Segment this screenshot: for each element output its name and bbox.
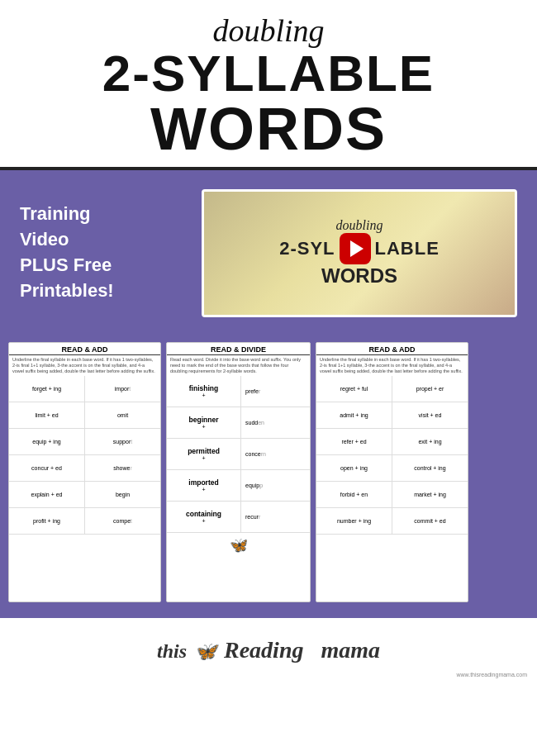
play-button-icon[interactable] [340,233,371,264]
ws-cell: number + ing [316,508,392,534]
ws-cell: shower [85,455,160,481]
worksheet-right: READ & ADD Underline the final syllable … [316,342,468,602]
ws-cell: forget + ing [9,376,85,402]
table-row: equip + ing support [9,429,160,455]
footer-butterfly-icon: 🦋 [194,641,216,662]
mid-section: Training Video PLUS Free Printables! dou… [0,170,537,335]
ws-cell: open + ing [316,455,392,481]
ws-mid-cell-right: equipp [241,470,310,501]
header-title-line1: 2-SYLLABLE [17,48,520,99]
video-content: doubling 2-SYL LABLE WORDS [279,218,440,288]
ws-cell: concur + ed [9,455,85,481]
ws-cell: compet [85,508,160,534]
table-row: limit + ed omit [9,402,160,429]
worksheet-left-instructions: Underline the final syllable in each bas… [9,355,160,376]
ws-word: containing [186,510,221,518]
ws-cell: visit + ed [392,402,468,428]
worksheet-right-title: READ & ADD [316,343,468,355]
ws-mid-cell-right: prefer [241,376,310,407]
worksheet-left: READ & ADD Underline the final syllable … [8,342,161,602]
table-row: beginner + sudden [167,407,310,439]
ws-word: permitted [188,447,220,455]
footer-website: www.thisreadingmama.com [456,672,527,678]
ws-cell: begin [85,482,160,507]
footer-brand: this 🦋 Reading mama [157,637,380,663]
table-row: imported + equipp [167,470,310,502]
ws-cell: control + ing [392,455,468,481]
table-row: admit + ing visit + ed [316,402,468,429]
table-row: open + ing control + ing [316,455,468,482]
ws-mid-cell: imported + [167,470,241,501]
ws-cell: commit + ed [392,508,468,534]
table-row: explain + ed begin [9,482,160,508]
ws-cell: import [85,376,160,402]
header-subtitle: doubling [17,15,520,46]
ws-word: finishing [189,384,218,392]
table-row: containing + recurr [167,502,310,533]
video-label3: LABLE [375,238,440,259]
ws-cell: explain + ed [9,482,85,507]
table-row: profit + ing compet [9,508,160,535]
table-row: finishing + prefer [167,376,310,407]
video-title1: doubling [279,218,440,233]
ws-mid-cell: containing + [167,502,241,532]
ws-cell: refer + ed [316,429,392,454]
mid-line1: Training [20,202,185,227]
ws-word: imported [188,478,218,487]
table-row: forget + ing import [9,376,160,402]
table-row: number + ing commit + ed [316,508,468,535]
worksheet-mid: READ & DIVIDE Read each word. Divide it … [166,342,311,602]
video-title3: WORDS [279,264,440,288]
ws-mid-cell-right: recurr [241,502,310,532]
ws-cell: equip + ing [9,429,85,454]
worksheet-left-title: READ & ADD [9,343,160,355]
table-row: regret + ful propel + er [316,376,468,402]
ws-cell: forbid + en [316,482,392,507]
footer-reading: Reading [224,637,303,663]
mid-line4: Printables! [20,278,185,304]
mid-line2: Video [20,227,185,253]
ws-cell: support [85,429,160,454]
ws-cell: limit + ed [9,402,85,428]
table-row: refer + ed exit + ing [316,429,468,455]
table-row: concur + ed shower [9,455,160,482]
video-title2: 2-SYL LABLE [279,233,440,264]
video-thumbnail[interactable]: doubling 2-SYL LABLE WORDS [202,189,517,317]
header-title-line2: WORDS [17,99,520,159]
butterfly-icon: 🦋 [167,533,310,558]
footer-this: this [157,640,187,662]
ws-cell: propel + er [392,376,468,402]
ws-cell: profit + ing [9,508,85,534]
ws-cell: regret + ful [316,376,392,402]
table-row: permitted + concern [167,439,310,470]
ws-mid-cell-right: sudden [241,407,310,438]
ws-mid-cell: beginner + [167,407,241,438]
ws-mid-cell-right: concern [241,439,310,469]
ws-cell: omit [85,402,160,428]
ws-cell: admit + ing [316,402,392,428]
worksheets-section: READ & ADD Underline the final syllable … [0,335,537,616]
ws-word: beginner [189,416,219,424]
worksheet-mid-instructions: Read each word. Divide it into the base … [167,355,310,376]
ws-cell: market + ing [392,482,468,507]
mid-line3: PLUS Free [20,253,185,278]
ws-cell: exit + ing [392,429,468,454]
ws-mid-cell: permitted + [167,439,241,469]
worksheet-right-instructions: Underline the final syllable in each bas… [316,355,468,376]
video-label2: 2-SYL [279,238,335,259]
ws-mid-cell: finishing + [167,376,241,407]
worksheet-mid-title: READ & DIVIDE [167,343,310,355]
table-row: forbid + en market + ing [316,482,468,508]
mid-promo-text: Training Video PLUS Free Printables! [20,202,185,303]
footer-mama: mama [321,637,380,663]
footer: this 🦋 Reading mama www.thisreadingmama.… [0,616,537,682]
header: doubling 2-SYLLABLE WORDS [0,0,537,170]
